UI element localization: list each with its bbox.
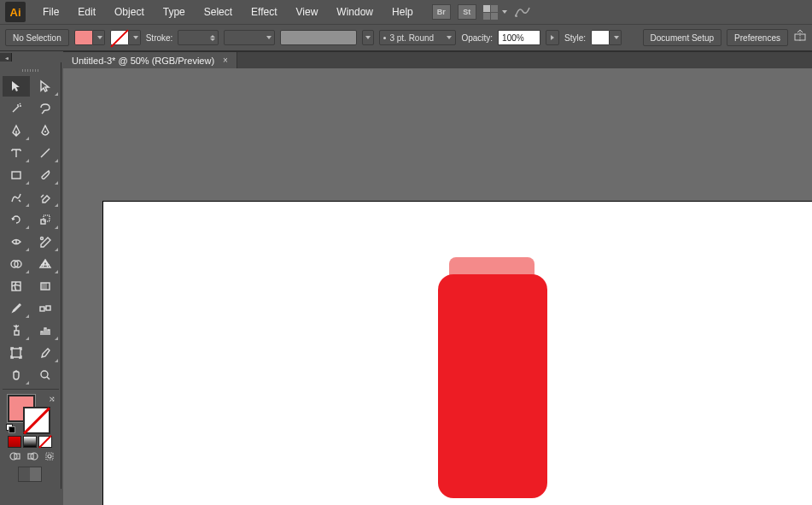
menu-file[interactable]: File <box>34 3 67 21</box>
svg-rect-19 <box>46 453 53 460</box>
gradient-tool[interactable] <box>32 276 59 297</box>
selection-tool[interactable] <box>3 76 30 97</box>
opacity-label: Opacity: <box>461 33 493 43</box>
brush-profile-value: 3 pt. Round <box>389 33 434 43</box>
slice-tool[interactable] <box>32 343 59 363</box>
close-tab-icon[interactable]: × <box>223 56 228 65</box>
svg-point-5 <box>41 238 44 240</box>
document-tab-title: Untitled-3* @ 50% (RGB/Preview) <box>72 56 214 66</box>
opacity-input[interactable]: 100% <box>498 30 540 45</box>
curvature-tool[interactable] <box>32 120 59 141</box>
panel-collapse-handle[interactable] <box>0 53 12 62</box>
width-tool[interactable] <box>3 232 30 252</box>
brush-definition-chevron[interactable] <box>362 30 374 45</box>
stock-icon[interactable]: St <box>458 4 476 20</box>
artboard[interactable] <box>102 201 812 505</box>
lasso-tool[interactable] <box>32 98 59 119</box>
svg-point-18 <box>31 453 38 460</box>
svg-point-1 <box>44 131 46 132</box>
brush-profile-dropdown[interactable]: 3 pt. Round <box>379 30 456 45</box>
menu-bar: Ai File Edit Object Type Select Effect V… <box>0 0 812 24</box>
stroke-swatch[interactable] <box>110 30 129 45</box>
menu-help[interactable]: Help <box>383 3 422 21</box>
scale-tool[interactable] <box>32 209 59 230</box>
draw-behind-icon[interactable] <box>26 451 38 461</box>
fill-color-control[interactable] <box>74 30 105 45</box>
menu-object[interactable]: Object <box>106 3 153 21</box>
svg-rect-13 <box>12 349 20 357</box>
color-mode-none[interactable] <box>38 436 52 448</box>
color-mode-solid[interactable] <box>8 436 21 448</box>
artwork-battery-body[interactable] <box>438 274 547 498</box>
menu-view[interactable]: View <box>288 3 327 21</box>
svg-rect-9 <box>41 283 50 290</box>
fill-stroke-swatches[interactable]: ⤭ <box>8 395 54 432</box>
opacity-flyout[interactable] <box>546 30 559 45</box>
shape-builder-tool[interactable] <box>3 254 30 274</box>
shaper-tool[interactable] <box>3 187 30 208</box>
gpu-preview-icon[interactable] <box>514 4 531 20</box>
zoom-tool[interactable] <box>32 365 59 385</box>
type-tool[interactable] <box>3 143 30 163</box>
blend-tool[interactable] <box>32 298 59 319</box>
menu-edit[interactable]: Edit <box>69 3 104 21</box>
perspective-grid-tool[interactable] <box>32 254 59 274</box>
document-tab[interactable]: Untitled-3* @ 50% (RGB/Preview) × <box>63 52 237 68</box>
rectangle-tool[interactable] <box>3 165 30 185</box>
bridge-icon[interactable]: Br <box>432 4 451 20</box>
workspace-area <box>63 68 812 505</box>
hand-tool[interactable] <box>3 365 30 385</box>
draw-mode-row <box>9 451 58 461</box>
arrange-documents-icon[interactable] <box>483 5 507 20</box>
svg-rect-4 <box>44 215 50 221</box>
svg-rect-2 <box>12 172 20 179</box>
fill-swatch[interactable] <box>74 30 93 45</box>
free-transform-tool[interactable] <box>32 232 59 252</box>
menu-window[interactable]: Window <box>328 3 382 21</box>
stroke-dropdown[interactable] <box>129 30 141 45</box>
menu-select[interactable]: Select <box>196 3 241 21</box>
draw-normal-icon[interactable] <box>9 451 21 461</box>
stroke-color-control[interactable] <box>110 30 141 45</box>
direct-selection-tool[interactable] <box>32 76 59 97</box>
line-segment-tool[interactable] <box>32 143 59 163</box>
artboard-tool[interactable] <box>3 343 30 363</box>
fill-dropdown[interactable] <box>93 30 105 45</box>
magic-wand-tool[interactable] <box>3 98 30 119</box>
control-bar: No Selection Stroke: 3 pt. Round Opacity… <box>0 24 812 51</box>
variable-width-profile-dropdown[interactable] <box>224 30 275 45</box>
stroke-label: Stroke: <box>146 33 173 43</box>
rotate-tool[interactable] <box>3 209 30 230</box>
style-dropdown[interactable] <box>610 30 622 45</box>
pen-tool[interactable] <box>3 120 30 141</box>
screen-mode-toggle[interactable] <box>18 467 42 482</box>
preferences-button[interactable]: Preferences <box>727 29 788 46</box>
style-swatch[interactable] <box>591 30 610 45</box>
eyedropper-tool[interactable] <box>3 298 30 319</box>
graphic-style-control[interactable] <box>591 30 622 45</box>
brush-definition-dropdown[interactable] <box>280 30 357 45</box>
column-graph-tool[interactable] <box>32 320 59 341</box>
document-tab-bar: Untitled-3* @ 50% (RGB/Preview) × <box>63 51 812 68</box>
svg-point-14 <box>41 371 48 378</box>
swap-fill-stroke-icon[interactable]: ⤭ <box>49 395 55 403</box>
svg-rect-11 <box>46 306 50 310</box>
menu-type[interactable]: Type <box>155 3 194 21</box>
toolbox-stroke-swatch[interactable] <box>23 407 50 434</box>
tools-panel-grip[interactable] <box>3 64 58 76</box>
symbol-sprayer-tool[interactable] <box>3 320 30 341</box>
color-mode-gradient[interactable] <box>23 436 37 448</box>
eraser-tool[interactable] <box>32 187 59 208</box>
app-icon: Ai <box>5 2 26 22</box>
mesh-tool[interactable] <box>3 276 30 297</box>
draw-inside-icon[interactable] <box>44 451 55 461</box>
default-fill-stroke-icon[interactable] <box>6 424 15 432</box>
paintbrush-tool[interactable] <box>32 165 59 185</box>
tools-panel: ⤭ <box>0 62 61 489</box>
svg-point-20 <box>48 455 51 458</box>
stroke-weight-input[interactable] <box>178 30 219 45</box>
selection-indicator: No Selection <box>5 29 69 46</box>
align-to-icon[interactable] <box>793 30 807 45</box>
menu-effect[interactable]: Effect <box>242 3 285 21</box>
document-setup-button[interactable]: Document Setup <box>643 29 722 46</box>
